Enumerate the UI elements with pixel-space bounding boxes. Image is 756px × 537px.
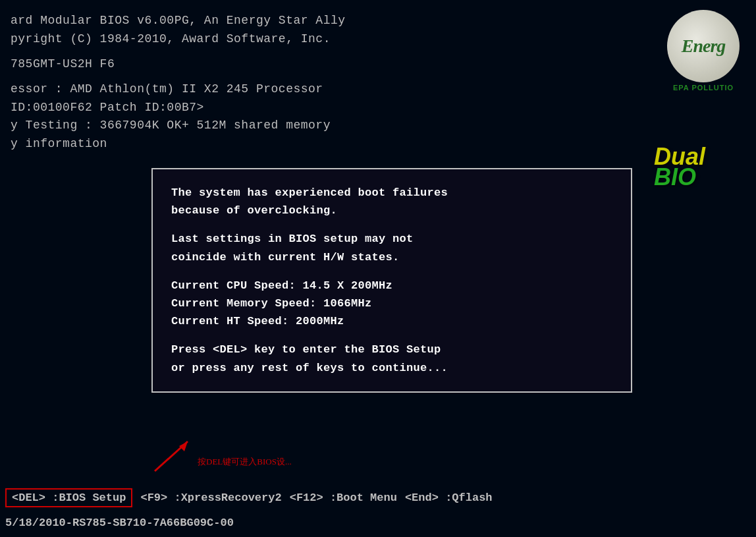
cpu-speed-line: Current CPU Speed: 14.5 X 200MHz xyxy=(171,277,612,295)
dialog-line4: coincide with current H/W states. xyxy=(171,248,612,266)
cpu-speed-label: Current CPU Speed xyxy=(171,279,289,292)
processor-line: essor : AMD Athlon(tm) II X2 245 Process… xyxy=(11,80,745,99)
energy-star-text: Energ xyxy=(682,36,726,57)
overclocking-dialog: The system has experienced boot failures… xyxy=(151,168,632,393)
f9-key-label: <F9> :XpressRecovery2 xyxy=(140,492,281,504)
mem-speed-value: : 1066MHz xyxy=(310,297,372,310)
bios-main-content: ard Modular BIOS v6.00PG, An Energy Star… xyxy=(11,12,745,154)
board-model: 785GMT-US2H F6 xyxy=(11,55,745,74)
bios-screen: Energ EPA POLLUTIO Dual BIO ard Modular … xyxy=(0,0,756,537)
press-line1: Press <DEL> key to enter the BIOS Setup xyxy=(171,341,612,358)
bios-header-line2: pyright (C) 1984-2010, Award Software, I… xyxy=(11,30,745,49)
bios-header-line1: ard Modular BIOS v6.00PG, An Energy Star… xyxy=(11,12,745,30)
epa-text: EPA POLLUTIO xyxy=(673,84,734,92)
energy-star-logo: Energ EPA POLLUTIO xyxy=(651,7,756,92)
end-key-label: <End> :Qflash xyxy=(405,492,493,504)
svg-marker-1 xyxy=(179,441,188,451)
f12-key-label: <F12> :Boot Menu xyxy=(290,492,397,504)
dialog-line3: Last settings in BIOS setup may not xyxy=(171,230,612,248)
red-arrow-icon xyxy=(151,438,204,474)
key-shortcuts-bar: <DEL> :BIOS Setup <F9> :XpressRecovery2 … xyxy=(0,486,756,509)
memory-info-line: y information xyxy=(11,135,745,154)
press-line2: or press any rest of keys to continue... xyxy=(171,359,612,377)
chinese-annotation: 按DEL键可进入BIOS设... xyxy=(198,456,292,468)
patch-line: ID:00100F62 Patch ID:00B7> xyxy=(11,99,745,117)
bottom-date-line: 5/18/2010-RS785-SB710-7A66BG09C-00 xyxy=(5,517,234,529)
mem-speed-label: Current Memory Speed xyxy=(171,297,310,310)
cpu-speed-value: : 14.5 X 200MHz xyxy=(289,279,393,292)
dialog-line2: because of overclocking. xyxy=(171,202,612,219)
dialog-line1: The system has experienced boot failures xyxy=(171,184,612,202)
energy-star-circle: Energ xyxy=(667,10,740,82)
ht-speed-value: : 2000MHz xyxy=(282,315,344,327)
mem-speed-line: Current Memory Speed: 1066MHz xyxy=(171,295,612,312)
ht-speed-line: Current HT Speed: 2000MHz xyxy=(171,312,612,330)
ht-speed-label: Current HT Speed xyxy=(171,315,282,327)
dualbios-logo: Dual BIO xyxy=(654,145,753,189)
bios-setup-box: <DEL> :BIOS Setup xyxy=(5,488,132,507)
memory-test-line: y Testing : 3667904K OK+ 512M shared mem… xyxy=(11,117,745,135)
del-key-label: <DEL> :BIOS Setup xyxy=(12,492,126,504)
